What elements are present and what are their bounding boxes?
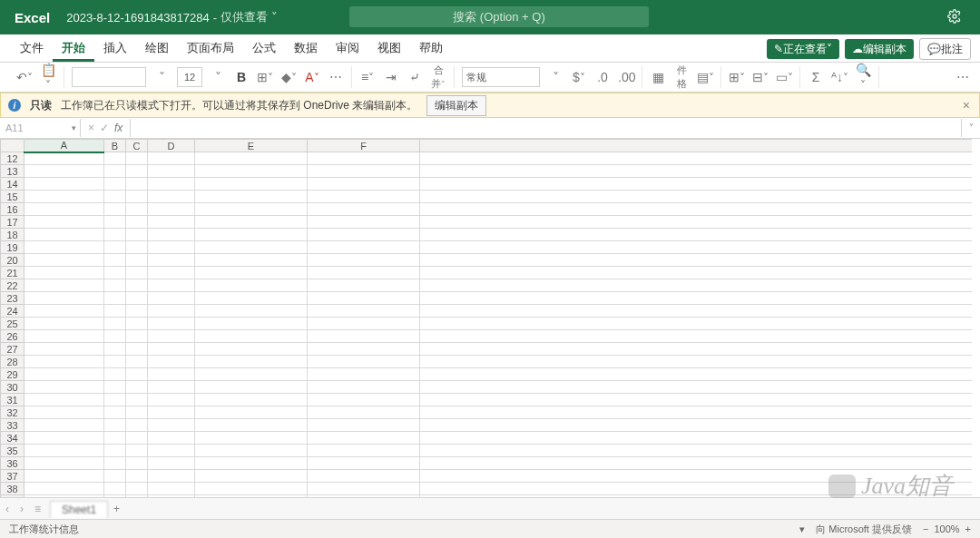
row-header-20[interactable]: 20 [1,254,24,267]
cell-E15[interactable] [195,191,308,203]
status-dropdown-icon[interactable]: ▾ [799,523,805,535]
table-format-button[interactable]: ▦ [650,70,666,84]
cell-rest[interactable] [420,203,972,216]
undo-icon[interactable]: ↶˅ [16,70,33,84]
fx-label[interactable]: fx [114,122,122,134]
row-header-14[interactable]: 14 [1,178,24,191]
clipboard-icon[interactable]: 📋˅ [40,63,56,92]
formula-input[interactable] [131,118,961,138]
row-header-22[interactable]: 22 [1,279,24,292]
cell-C36[interactable] [126,457,148,470]
cell-rest[interactable] [420,457,972,470]
cell-A24[interactable] [24,305,104,318]
col-header-F[interactable]: F [308,140,420,152]
cell-C34[interactable] [126,432,148,445]
cell-rest[interactable] [420,279,972,292]
cell-rest[interactable] [420,178,972,191]
row-header-32[interactable]: 32 [1,406,24,419]
row-header-36[interactable]: 36 [1,457,24,470]
more-font-icon[interactable]: ⋯ [328,70,344,84]
cell-D30[interactable] [148,381,195,394]
cell-D33[interactable] [148,419,195,432]
cell-C17[interactable] [126,216,148,229]
row-header-16[interactable]: 16 [1,203,24,216]
cell-B20[interactable] [104,254,126,267]
row-header-30[interactable]: 30 [1,381,24,394]
cell-A15[interactable] [24,191,104,203]
zoom-in-icon[interactable]: + [965,523,971,534]
cell-rest[interactable] [420,381,972,394]
row-header-18[interactable]: 18 [1,229,24,241]
cell-E20[interactable] [195,254,308,267]
cell-A13[interactable] [24,165,104,178]
cell-style-button[interactable]: ▤˅ [697,70,713,84]
cell-rest[interactable] [420,368,972,381]
cell-C24[interactable] [126,305,148,318]
cell-E25[interactable] [195,318,308,330]
cell-C14[interactable] [126,178,148,191]
row-header-35[interactable]: 35 [1,445,24,457]
cell-D19[interactable] [148,241,195,254]
cell-rest[interactable] [420,419,972,432]
cell-A33[interactable] [24,419,104,432]
cell-C20[interactable] [126,254,148,267]
cell-A28[interactable] [24,356,104,368]
cell-rest[interactable] [420,229,972,241]
cell-B22[interactable] [104,279,126,292]
cell-A21[interactable] [24,267,104,279]
cell-A26[interactable] [24,330,104,343]
cell-B17[interactable] [104,216,126,229]
cell-F28[interactable] [308,356,420,368]
cell-rest[interactable] [420,356,972,368]
status-left[interactable]: 工作薄统计信息 [9,523,79,536]
cell-D13[interactable] [148,165,195,178]
menu-插入[interactable]: 插入 [94,34,136,62]
cell-rest[interactable] [420,330,972,343]
cell-C15[interactable] [126,191,148,203]
cell-E13[interactable] [195,165,308,178]
cell-rest[interactable] [420,305,972,318]
cell-A34[interactable] [24,432,104,445]
cell-A25[interactable] [24,318,104,330]
cell-C23[interactable] [126,292,148,305]
cell-D28[interactable] [148,356,195,368]
cell-F34[interactable] [308,432,420,445]
cell-B19[interactable] [104,241,126,254]
font-size-select[interactable]: 12 [177,67,202,87]
col-header-C[interactable]: C [126,140,148,152]
menu-视图[interactable]: 视图 [368,34,410,62]
view-mode[interactable]: 仅供查看 ˅ [220,9,278,25]
cell-D23[interactable] [148,292,195,305]
cell-rest[interactable] [420,406,972,419]
cell-E38[interactable] [195,483,308,495]
cell-F38[interactable] [308,483,420,495]
cell-B12[interactable] [104,152,126,165]
cell-F16[interactable] [308,203,420,216]
comment-button[interactable]: 💬 批注 [919,38,971,60]
cell-D12[interactable] [148,152,195,165]
cell-C21[interactable] [126,267,148,279]
cell-C32[interactable] [126,406,148,419]
menu-审阅[interactable]: 审阅 [327,34,368,62]
cell-B31[interactable] [104,394,126,406]
cell-F19[interactable] [308,241,420,254]
col-header-E[interactable]: E [195,140,308,152]
cell-E30[interactable] [195,381,308,394]
row-header-25[interactable]: 25 [1,318,24,330]
cell-rest[interactable] [420,318,972,330]
cell-F33[interactable] [308,419,420,432]
sheet-tab[interactable]: Sheet1 [50,501,108,518]
cell-rest[interactable] [420,152,972,165]
indent-button[interactable]: ⇥ [383,70,399,84]
cell-C16[interactable] [126,203,148,216]
row-header-26[interactable]: 26 [1,330,24,343]
tab-all-icon[interactable]: ≡ [29,503,46,515]
cell-C19[interactable] [126,241,148,254]
cell-D27[interactable] [148,343,195,356]
cell-C26[interactable] [126,330,148,343]
cell-A37[interactable] [24,470,104,483]
cell-A14[interactable] [24,178,104,191]
tab-next-icon[interactable]: › [15,503,29,515]
cell-E24[interactable] [195,305,308,318]
name-box[interactable]: A11 [0,119,81,137]
